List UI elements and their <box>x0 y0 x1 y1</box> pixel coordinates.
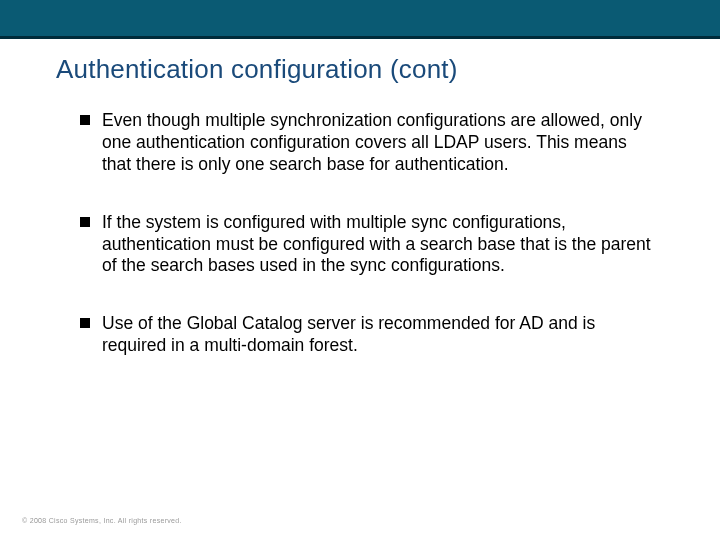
header-band <box>0 0 720 36</box>
square-bullet-icon <box>80 217 90 227</box>
list-item: If the system is configured with multipl… <box>80 212 660 278</box>
slide-title: Authentication configuration (cont) <box>56 54 680 85</box>
list-item: Even though multiple synchronization con… <box>80 110 660 176</box>
bullet-text: Even though multiple synchronization con… <box>102 110 660 176</box>
footer-copyright: © 2008 Cisco Systems, Inc. All rights re… <box>22 517 182 524</box>
bullet-text: Use of the Global Catalog server is reco… <box>102 313 660 357</box>
list-item: Use of the Global Catalog server is reco… <box>80 313 660 357</box>
slide: Authentication configuration (cont) Even… <box>0 0 720 540</box>
slide-body: Even though multiple synchronization con… <box>80 110 660 393</box>
bullet-text: If the system is configured with multipl… <box>102 212 660 278</box>
square-bullet-icon <box>80 115 90 125</box>
square-bullet-icon <box>80 318 90 328</box>
